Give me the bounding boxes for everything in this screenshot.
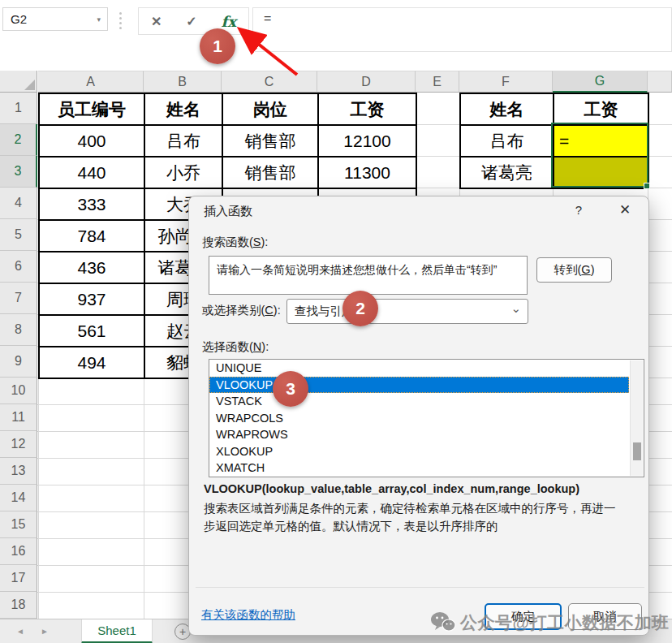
- row-header-17[interactable]: 17: [0, 565, 37, 592]
- row-header-8[interactable]: 8: [0, 314, 37, 346]
- category-label: 或选择类别(C):: [202, 303, 281, 318]
- search-function-input[interactable]: 请输入一条简短说明来描述您想做什么，然后单击“转到”: [209, 256, 528, 295]
- cell-lookup-r0c0[interactable]: 姓名: [461, 94, 554, 126]
- scrollbar-thumb[interactable]: [633, 442, 641, 460]
- row-header-1[interactable]: 1: [0, 93, 37, 124]
- cell-main-r1c2[interactable]: 销售部: [223, 126, 319, 158]
- row-header-18[interactable]: 18: [0, 592, 37, 619]
- cell-main-r5c0[interactable]: 436: [40, 252, 145, 284]
- cell-main-r8c0[interactable]: 494: [40, 347, 145, 379]
- step-2-callout: 2: [342, 291, 378, 326]
- formula-bar-drag-handle: [119, 12, 122, 29]
- row-header-12[interactable]: 12: [0, 431, 37, 458]
- cell-lookup-r0c1[interactable]: 工资: [554, 94, 649, 126]
- column-header-F[interactable]: F: [459, 71, 553, 93]
- row-header-16[interactable]: 16: [0, 538, 37, 565]
- name-box-value: G2: [3, 12, 27, 26]
- cancel-icon[interactable]: ✕: [151, 14, 162, 29]
- cell-main-r2c1[interactable]: 小乔: [145, 158, 223, 189]
- cell-main-r3c0[interactable]: 333: [40, 189, 145, 221]
- step-1-callout: 1: [200, 28, 235, 64]
- row-header-2[interactable]: 2: [0, 124, 37, 156]
- row-header-14[interactable]: 14: [0, 485, 37, 511]
- cell-main-r0c0[interactable]: 员工编号: [40, 94, 145, 126]
- table-lookup: 姓名工资吕布=诸葛亮: [459, 93, 649, 189]
- go-button[interactable]: 转到(G): [536, 257, 612, 283]
- column-header-B[interactable]: B: [144, 71, 222, 93]
- cell-main-r0c1[interactable]: 姓名: [145, 94, 223, 126]
- function-item-wraprows[interactable]: WRAPROWS: [209, 426, 629, 443]
- cell-main-r0c2[interactable]: 岗位: [223, 94, 319, 126]
- function-item-xmatch[interactable]: XMATCH: [209, 460, 629, 477]
- function-item-xlookup[interactable]: XLOOKUP: [209, 443, 629, 460]
- dialog-title: 插入函数: [204, 204, 252, 219]
- cell-main-r6c0[interactable]: 937: [40, 284, 145, 316]
- cell-main-r1c1[interactable]: 吕布: [145, 126, 223, 158]
- fill-handle[interactable]: [644, 183, 650, 189]
- cell-main-r2c2[interactable]: 销售部: [223, 158, 319, 189]
- cancel-button[interactable]: 取消: [568, 603, 642, 630]
- dialog-separator: [196, 587, 644, 588]
- cell-lookup-r2c1[interactable]: [554, 158, 649, 189]
- row-header-9[interactable]: 9: [0, 346, 37, 378]
- cell-lookup-r2c0[interactable]: 诸葛亮: [461, 158, 554, 189]
- row-header-13[interactable]: 13: [0, 458, 37, 485]
- category-dropdown[interactable]: 查找与引用 ⌄: [286, 299, 528, 324]
- cell-main-r2c0[interactable]: 440: [40, 158, 145, 189]
- function-item-vstack[interactable]: VSTACK: [209, 393, 629, 410]
- cell-lookup-r1c1[interactable]: =: [554, 126, 649, 158]
- function-help-link[interactable]: 有关该函数的帮助: [201, 607, 295, 623]
- red-arrow-annotation: [229, 23, 304, 78]
- select-all-corner[interactable]: [0, 71, 37, 93]
- row-header-3[interactable]: 3: [0, 156, 37, 188]
- prev-sheet-icon[interactable]: ◄: [16, 627, 24, 636]
- cell-main-r1c0[interactable]: 400: [40, 126, 145, 158]
- column-header-D[interactable]: D: [317, 71, 416, 93]
- function-description: 搜索表区域首列满足条件的元素，确定待检索单元格在区域中的行序号，再进一步返回选定…: [204, 500, 622, 535]
- column-header-G[interactable]: G: [553, 71, 648, 93]
- cell-main-r7c0[interactable]: 561: [40, 316, 145, 347]
- function-item-wrapcols[interactable]: WRAPCOLS: [209, 410, 629, 427]
- row-header-6[interactable]: 6: [0, 251, 37, 283]
- function-item-unique[interactable]: UNIQUE: [209, 360, 629, 377]
- column-header-partial[interactable]: [648, 71, 672, 93]
- search-function-label: 搜索函数(S):: [202, 235, 268, 250]
- formula-input[interactable]: =: [252, 7, 672, 52]
- row-header-11[interactable]: 11: [0, 404, 37, 431]
- cell-main-r1c3[interactable]: 12100: [319, 126, 417, 158]
- ok-button[interactable]: 确定: [485, 603, 562, 630]
- column-header-A[interactable]: A: [38, 71, 144, 93]
- dialog-close-icon[interactable]: ✕: [616, 201, 634, 218]
- function-listbox[interactable]: UNIQUEVLOOKUPVSTACKWRAPCOLSWRAPROWSXLOOK…: [209, 359, 644, 477]
- function-signature: VLOOKUP(lookup_value,table_array,col_ind…: [204, 482, 579, 495]
- tab-sheet1[interactable]: Sheet1: [81, 619, 153, 643]
- cell-main-r0c3[interactable]: 工资: [319, 94, 417, 126]
- row-header-4[interactable]: 4: [0, 188, 37, 219]
- row-header-15[interactable]: 15: [0, 511, 37, 538]
- cell-main-r2c3[interactable]: 11300: [319, 158, 417, 189]
- select-function-label: 选择函数(N):: [202, 339, 269, 355]
- insert-function-dialog: 插入函数 ? ✕ 搜索函数(S): 请输入一条简短说明来描述您想做什么，然后单击…: [188, 196, 649, 636]
- listbox-scrollbar[interactable]: [630, 360, 643, 476]
- next-sheet-icon[interactable]: ►: [41, 627, 49, 636]
- row-header-10[interactable]: 10: [0, 378, 37, 404]
- name-box[interactable]: G2 ▾: [2, 7, 108, 31]
- formula-bar-area: G2 ▾ ✕ ✓ fx = 1: [0, 0, 672, 71]
- step-3-callout: 3: [273, 371, 308, 407]
- chevron-down-icon: ⌄: [510, 301, 521, 316]
- row-header-5[interactable]: 5: [0, 219, 37, 251]
- dialog-help-icon[interactable]: ?: [571, 203, 587, 217]
- enter-icon[interactable]: ✓: [186, 14, 196, 29]
- cell-lookup-r1c0[interactable]: 吕布: [461, 126, 554, 158]
- cell-main-r4c0[interactable]: 784: [40, 221, 145, 252]
- row-header-7[interactable]: 7: [0, 283, 37, 314]
- column-header-E[interactable]: E: [416, 71, 459, 93]
- name-box-dropdown-icon[interactable]: ▾: [97, 15, 101, 24]
